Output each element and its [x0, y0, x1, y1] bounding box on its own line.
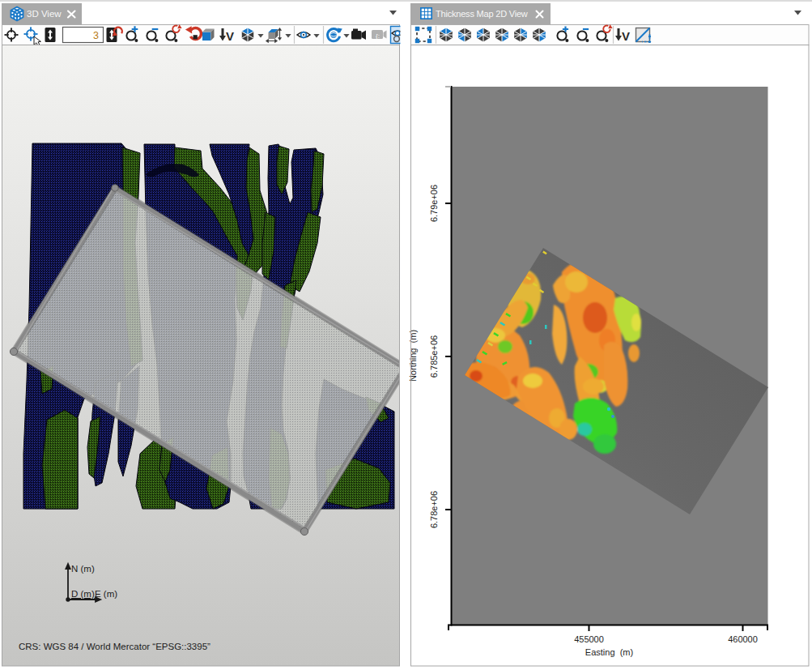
svg-text:V: V	[622, 29, 630, 43]
svg-text:{:: {:	[376, 32, 380, 40]
svg-text:E (m): E (m)	[95, 589, 117, 599]
svg-text:3: 3	[93, 30, 99, 41]
svg-text:460000: 460000	[728, 634, 758, 644]
svg-text:Easting (m): Easting (m)	[585, 647, 633, 657]
svg-text:6.78e+06: 6.78e+06	[429, 491, 439, 528]
svg-text:6.785e+06: 6.785e+06	[429, 335, 439, 378]
svg-text:D (m): D (m)	[71, 589, 95, 599]
svg-text:Northing (m): Northing (m)	[408, 330, 418, 382]
svg-text:V: V	[226, 29, 234, 43]
svg-text:455000: 455000	[574, 634, 604, 644]
svg-text:CRS: WGS 84 / World Mercator “: CRS: WGS 84 / World Mercator “EPSG::3395…	[19, 642, 210, 651]
svg-text:6.79e+06: 6.79e+06	[429, 185, 439, 222]
svg-text:N (m): N (m)	[71, 564, 95, 574]
